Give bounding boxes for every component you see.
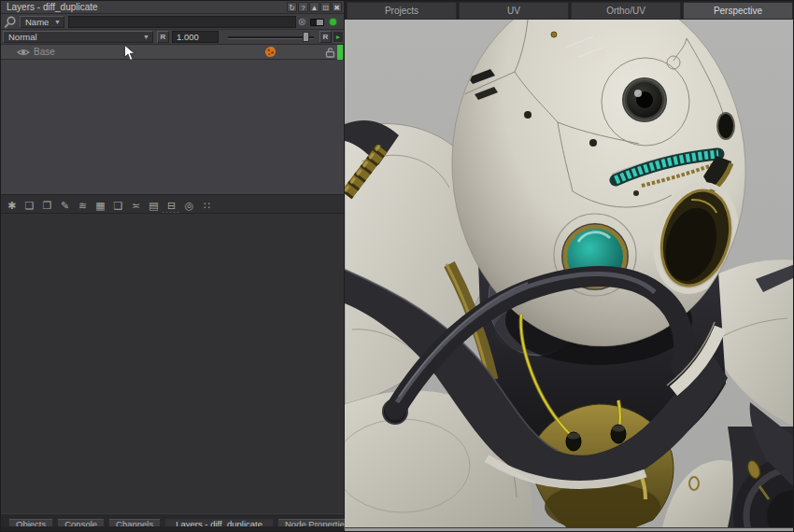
visibility-eye-icon[interactable] [17, 48, 30, 57]
add-adjustment-layer-icon[interactable]: ✎ [57, 198, 73, 214]
share-layer-icon[interactable]: ◎ [181, 198, 197, 214]
flatten-layers-icon[interactable]: ▤ [146, 198, 162, 214]
palette-title: Layers - diff_duplicate [7, 2, 98, 12]
viewport-scrollbar[interactable] [345, 527, 794, 532]
merge-layers-icon[interactable]: ≍ [128, 198, 144, 214]
window-bottom-edge [1, 526, 344, 532]
search-icon [4, 16, 17, 29]
tab-projects[interactable]: Projects [347, 2, 457, 20]
filter-toggle[interactable] [310, 19, 324, 26]
layer-row-base[interactable]: Base [1, 45, 344, 60]
help-icon[interactable]: ? [298, 2, 308, 12]
viewport-tab-bar: ProjectsUVOrtho/UVPerspective [345, 1, 794, 20]
opacity-value-field[interactable]: 1.000 [172, 31, 219, 43]
add-tiled-layer-icon[interactable]: ❐ [39, 198, 55, 214]
search-filter-value: Name [25, 17, 49, 27]
tab-ortho-uv[interactable]: Ortho/UV [571, 2, 681, 20]
tab-perspective[interactable]: Perspective [683, 2, 793, 20]
status-indicator-dot [330, 19, 336, 25]
layer-search-row: Name ▼ ⊗ [1, 14, 344, 30]
search-filter-dropdown[interactable]: Name ▼ [20, 16, 64, 28]
paint-layer-icon [264, 46, 276, 58]
tab-uv[interactable]: UV [459, 2, 569, 20]
mari-window: Layers - diff_duplicate ↻?▲⊡✖ Name ▼ ⊗ N… [0, 0, 794, 532]
layer-name: Base [34, 47, 55, 57]
add-image-layer-icon[interactable]: ▦ [92, 198, 108, 214]
sync-icon[interactable]: ↻ [287, 2, 297, 12]
toggle-knob [317, 20, 323, 25]
chevron-down-icon: ▼ [54, 17, 61, 27]
search-input[interactable] [68, 16, 296, 28]
layer-list-empty-area[interactable] [1, 60, 344, 194]
opacity-slider-track[interactable] [228, 36, 314, 39]
toolbar-icon-strip: ✱❏❐✎≋▦❑≍▤⊟◎∷ [4, 196, 217, 212]
blend-mode-value: Normal [8, 32, 37, 42]
blend-mode-row: Normal ▼ R 1.000 R ► [1, 30, 344, 45]
add-group-layer-icon[interactable]: ❑ [110, 198, 126, 214]
unlock-icon[interactable] [325, 47, 336, 58]
reset-opacity-button[interactable]: R [319, 31, 332, 43]
opacity-slider[interactable] [228, 31, 314, 44]
layer-grid-icon[interactable]: ∷ [199, 198, 215, 214]
add-procedural-layer-icon[interactable]: ❏ [21, 198, 37, 214]
opacity-slider-handle[interactable] [303, 32, 309, 42]
palette-empty-area [1, 214, 344, 513]
clear-search-icon[interactable]: ⊗ [298, 15, 306, 28]
float-icon[interactable]: ⊡ [320, 2, 331, 12]
cache-layer-button[interactable]: ► [333, 31, 344, 43]
layer-color-bar [337, 45, 343, 60]
blend-mode-dropdown[interactable]: Normal ▼ [3, 31, 153, 43]
chevron-down-icon: ▼ [143, 32, 149, 42]
palette-title-bar[interactable]: Layers - diff_duplicate ↻?▲⊡✖ [1, 1, 344, 14]
canvas-viewport: ProjectsUVOrtho/UVPerspective [345, 1, 794, 532]
reset-blend-button[interactable]: R [157, 31, 169, 43]
layers-palette: Layers - diff_duplicate ↻?▲⊡✖ Name ▼ ⊗ N… [1, 1, 345, 532]
close-icon[interactable]: ✖ [332, 2, 342, 12]
3d-model-canvas[interactable] [345, 20, 794, 527]
collapse-icon[interactable]: ▲ [309, 2, 319, 12]
add-paint-layer-icon[interactable]: ✱ [4, 198, 20, 214]
layers-toolbar: ✱❏❐✎≋▦❑≍▤⊟◎∷ ····· [1, 194, 344, 214]
bottom-tab-bar: ObjectsConsoleChannelsLayers - diff_dupl… [1, 513, 344, 526]
palette-header-icons: ↻?▲⊡✖ [287, 2, 342, 12]
add-filter-layer-icon[interactable]: ≋ [75, 198, 91, 214]
